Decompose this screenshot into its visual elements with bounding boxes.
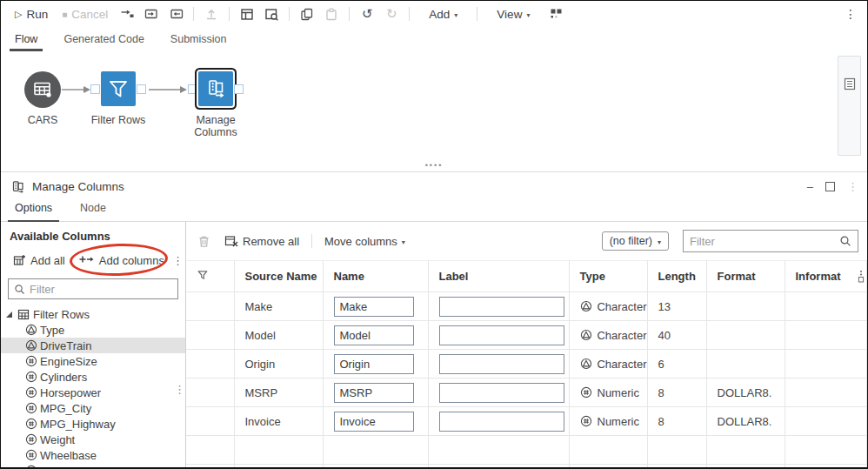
available-columns-more-button[interactable]: ⋮ <box>170 254 186 267</box>
format-cell <box>706 350 785 379</box>
output-port[interactable] <box>137 84 146 94</box>
node-filter-rows[interactable] <box>101 71 136 106</box>
tab-options[interactable]: Options <box>13 201 54 221</box>
label-input[interactable] <box>439 325 564 345</box>
character-type-icon <box>25 339 37 352</box>
panel-more-options-button[interactable]: ⋮ <box>847 180 858 193</box>
tab-submission[interactable]: Submission <box>169 30 229 51</box>
add-columns-button[interactable]: Add columns <box>74 251 170 270</box>
table-scroll-indicator-icon[interactable] <box>858 270 865 284</box>
name-input[interactable] <box>334 412 414 432</box>
tree-root-filter-rows[interactable]: Filter Rows <box>1 306 185 322</box>
table-grid-icon <box>17 309 30 320</box>
table-row[interactable]: Origin Character 6 <box>186 350 867 379</box>
available-filter-input[interactable] <box>30 283 172 296</box>
table-row[interactable]: Model Character 40 <box>186 321 867 350</box>
node-manage-columns[interactable] <box>198 71 233 106</box>
run-button[interactable]: ▷ Run <box>10 6 53 23</box>
run-to-selected-node-button[interactable] <box>141 4 162 23</box>
cancel-button[interactable]: ■ Cancel <box>57 6 113 23</box>
preview-data-button[interactable] <box>261 4 282 23</box>
header-format[interactable]: Format <box>706 261 785 292</box>
tree-item[interactable]: Type <box>1 322 185 338</box>
run-from-selected-node-button[interactable] <box>117 4 137 23</box>
header-source-name[interactable]: Source Name <box>234 261 323 292</box>
undo-icon: ↺ <box>362 6 373 22</box>
minimize-icon[interactable]: – <box>807 181 813 192</box>
submit-button[interactable] <box>201 4 222 23</box>
name-input[interactable] <box>334 325 414 345</box>
properties-list-icon[interactable] <box>843 77 857 90</box>
copy-icon <box>300 8 314 21</box>
type-cell: Numeric <box>598 415 639 428</box>
panel-divider-handle[interactable]: ⋮ <box>174 387 185 392</box>
chevron-down-icon: ▾ <box>402 238 405 246</box>
label-input[interactable] <box>439 297 564 317</box>
tree-root-label: Filter Rows <box>33 308 90 321</box>
tree-item[interactable]: Length <box>1 463 185 469</box>
tree-item-label: Wheelbase <box>40 449 97 462</box>
filter-preset-dropdown[interactable]: (no filter) ▾ <box>602 231 669 251</box>
header-name[interactable]: Name <box>323 261 428 292</box>
tree-item-selected[interactable]: DriveTrain <box>1 338 185 353</box>
name-input[interactable] <box>334 354 414 374</box>
input-port[interactable] <box>90 84 100 94</box>
move-columns-dropdown[interactable]: Move columns ▾ <box>319 232 411 251</box>
show-table-button[interactable] <box>237 4 257 23</box>
columns-table-filter <box>683 230 858 252</box>
table-row[interactable]: Make Character 13 <box>186 292 867 321</box>
maximize-icon[interactable] <box>825 182 835 191</box>
filter-column-header[interactable] <box>186 261 234 292</box>
properties-panel-header: Manage Columns – ⋮ <box>1 172 867 201</box>
add-dropdown-button[interactable]: Add ▾ <box>424 6 463 23</box>
tree-item[interactable]: MPG_Highway <box>1 416 185 432</box>
filter-funnel-icon <box>107 77 130 100</box>
collapse-caret-icon[interactable] <box>6 312 12 318</box>
tab-node[interactable]: Node <box>78 201 108 221</box>
copy-button[interactable] <box>297 4 317 23</box>
tree-item[interactable]: Weight <box>1 432 185 447</box>
header-informat[interactable]: Informat <box>785 261 867 292</box>
header-length[interactable]: Length <box>647 261 706 292</box>
undo-button[interactable]: ↺ <box>357 4 377 23</box>
table-empty-row <box>186 465 867 469</box>
tree-item[interactable]: EngineSize <box>1 353 185 369</box>
add-all-button[interactable]: Add all <box>8 251 70 270</box>
columns-filter-input[interactable] <box>690 235 835 248</box>
header-label[interactable]: Label <box>428 261 569 292</box>
name-input[interactable] <box>334 297 414 317</box>
tab-generated-code[interactable]: Generated Code <box>62 30 145 51</box>
redo-button[interactable]: ↻ <box>381 4 402 23</box>
toolbar-more-options-button[interactable]: ⋮ <box>841 7 860 21</box>
arrange-nodes-button[interactable] <box>545 4 566 23</box>
paste-button[interactable] <box>321 4 342 23</box>
label-input[interactable] <box>439 354 564 374</box>
input-port[interactable] <box>188 84 197 94</box>
toolbar-separator <box>349 7 350 21</box>
label-input[interactable] <box>439 383 564 403</box>
toolbar-separator <box>311 234 312 248</box>
tab-flow[interactable]: Flow <box>13 30 39 51</box>
panel-resize-handle[interactable]: •••• <box>1 163 867 172</box>
table-row[interactable]: Invoice Numeric 8 DOLLAR8. <box>186 407 867 436</box>
numeric-type-icon <box>25 386 37 399</box>
remove-all-button[interactable]: Remove all <box>219 232 304 251</box>
tree-item[interactable]: Horsepower <box>1 385 185 400</box>
name-input[interactable] <box>334 383 414 403</box>
tree-item[interactable]: Cylinders <box>1 369 185 385</box>
table-row[interactable]: MSRP Numeric 8 DOLLAR8. <box>186 379 867 407</box>
source-name-cell: Origin <box>234 350 323 379</box>
flow-canvas[interactable]: CARS Filter Rows Manage Columns <box>1 51 867 163</box>
type-cell: Numeric <box>598 386 639 399</box>
header-type[interactable]: Type <box>569 261 647 292</box>
label-input[interactable] <box>439 412 564 432</box>
view-dropdown-button[interactable]: View ▾ <box>491 6 535 23</box>
add-all-table-icon <box>13 254 26 266</box>
tree-item[interactable]: MPG_City <box>1 400 185 416</box>
character-type-icon <box>25 324 37 336</box>
output-port[interactable] <box>234 84 244 94</box>
node-cars-table[interactable] <box>24 71 61 108</box>
tree-item[interactable]: Wheelbase <box>1 447 185 463</box>
delete-column-button[interactable] <box>193 231 214 251</box>
run-selected-node-button[interactable] <box>165 4 186 23</box>
